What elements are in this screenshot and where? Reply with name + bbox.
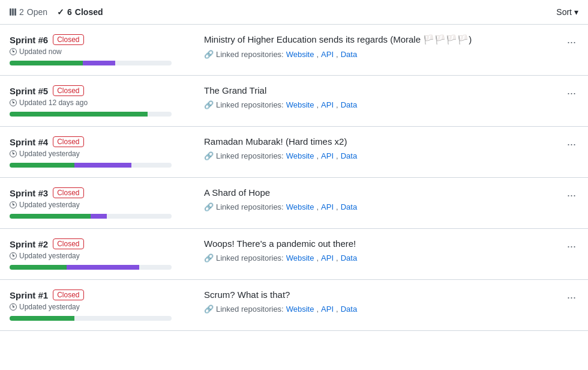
closed-badge: Closed (53, 136, 83, 147)
link-icon: 🔗 (204, 151, 214, 160)
more-options-button[interactable]: ··· (565, 187, 578, 203)
sprint-issue-title: Scrum? What is that? (204, 290, 565, 300)
sprint-issue-title: The Grand Trial (204, 85, 565, 96)
linked-repos: 🔗 Linked repositories: Website, API, Dat… (204, 202, 565, 211)
progress-bar (10, 112, 172, 117)
sprint-name: Sprint #6 (10, 35, 48, 45)
sprint-row-content: Scrum? What is that? 🔗 Linked repositori… (190, 290, 578, 314)
more-options-button[interactable]: ··· (565, 238, 578, 254)
link-website[interactable]: Website (286, 50, 314, 59)
link-website[interactable]: Website (286, 151, 314, 160)
progress-green (10, 163, 74, 168)
tab-open[interactable]: 2 Open (10, 7, 47, 17)
linked-repos: 🔗 Linked repositories: Website, API, Dat… (204, 100, 565, 109)
closed-badge: Closed (53, 34, 83, 45)
progress-bar (10, 316, 172, 321)
linked-label: Linked repositories: (216, 253, 284, 262)
link-api[interactable]: API (321, 50, 334, 59)
updated-label: Updated yesterday (19, 303, 80, 311)
link-data[interactable]: Data (341, 202, 357, 211)
progress-green (10, 112, 148, 117)
updated-text: Updated 12 days ago (10, 99, 190, 107)
sprint-row: Sprint #6 Closed Updated now Ministry of… (0, 25, 588, 76)
updated-text: Updated yesterday (10, 201, 190, 209)
closed-badge: Closed (53, 85, 83, 96)
sprint-row-content: Woops! There's a pandemic out there! 🔗 L… (190, 238, 578, 262)
progress-purple (91, 214, 107, 219)
sprint-right: The Grand Trial 🔗 Linked repositories: W… (190, 85, 565, 109)
progress-bar (10, 61, 172, 65)
check-icon: ✓ (57, 7, 64, 17)
sprint-issue-title: Ministry of Higher Education sends its r… (204, 34, 565, 45)
progress-purple (67, 265, 140, 270)
linked-repos: 🔗 Linked repositories: Website, API, Dat… (204, 151, 565, 160)
linked-repos: 🔗 Linked repositories: Website, API, Dat… (204, 50, 565, 59)
sprint-row: Sprint #3 Closed Updated yesterday A Sha… (0, 178, 588, 229)
sprint-left: Sprint #6 Closed Updated now (10, 34, 190, 65)
linked-label: Linked repositories: (216, 202, 284, 211)
clock-icon (10, 99, 17, 106)
more-options-button[interactable]: ··· (565, 290, 578, 305)
progress-purple (74, 163, 131, 168)
sprint-left: Sprint #3 Closed Updated yesterday (10, 187, 190, 219)
sprint-left: Sprint #2 Closed Updated yesterday (10, 238, 190, 270)
sprint-row: Sprint #1 Closed Updated yesterday Scrum… (0, 280, 588, 331)
linked-label: Linked repositories: (216, 151, 284, 160)
link-data[interactable]: Data (341, 305, 357, 314)
closed-label: Closed (75, 7, 103, 17)
updated-text: Updated yesterday (10, 150, 190, 158)
tab-closed[interactable]: ✓ 6 Closed (57, 7, 103, 17)
link-icon: 🔗 (204, 100, 214, 109)
sprint-row: Sprint #2 Closed Updated yesterday Woops… (0, 229, 588, 280)
progress-bar (10, 214, 172, 219)
linked-label: Linked repositories: (216, 100, 284, 109)
sprint-left: Sprint #4 Closed Updated yesterday (10, 136, 190, 168)
closed-badge: Closed (53, 290, 83, 300)
sprint-issue-title: Ramadan Mubarak! (Hard times x2) (204, 136, 565, 147)
link-icon: 🔗 (204, 253, 214, 262)
link-api[interactable]: API (321, 151, 334, 160)
sort-label: Sort (556, 7, 572, 17)
sprint-issue-title: Woops! There's a pandemic out there! (204, 238, 565, 249)
link-api[interactable]: API (321, 100, 334, 109)
sprint-left: Sprint #5 Closed Updated 12 days ago (10, 85, 190, 117)
progress-bar (10, 163, 172, 168)
link-website[interactable]: Website (286, 100, 314, 109)
link-data[interactable]: Data (341, 50, 357, 59)
open-label: Open (27, 7, 47, 17)
sort-button[interactable]: Sort ▾ (556, 7, 578, 17)
link-website[interactable]: Website (286, 202, 314, 211)
linked-repos: 🔗 Linked repositories: Website, API, Dat… (204, 253, 565, 262)
updated-label: Updated 12 days ago (19, 99, 88, 107)
progress-green (10, 265, 67, 270)
link-api[interactable]: API (321, 253, 334, 262)
sprint-row: Sprint #5 Closed Updated 12 days ago The… (0, 76, 588, 127)
sprint-name: Sprint #5 (10, 86, 48, 96)
table-icon (10, 8, 16, 16)
linked-repos: 🔗 Linked repositories: Website, API, Dat… (204, 305, 565, 314)
link-website[interactable]: Website (286, 305, 314, 314)
sprint-issue-title: A Shard of Hope (204, 187, 565, 198)
link-data[interactable]: Data (341, 253, 357, 262)
link-api[interactable]: API (321, 305, 334, 314)
sprint-title-row: Sprint #1 Closed (10, 290, 190, 300)
updated-label: Updated now (19, 47, 62, 56)
updated-text: Updated now (10, 47, 190, 56)
open-count: 2 (19, 7, 24, 17)
clock-icon (10, 48, 17, 55)
more-options-button[interactable]: ··· (565, 136, 578, 152)
clock-icon (10, 303, 17, 311)
more-options-button[interactable]: ··· (565, 85, 578, 101)
sprint-name: Sprint #1 (10, 290, 48, 300)
clock-icon (10, 252, 17, 259)
link-api[interactable]: API (321, 202, 334, 211)
sprint-name: Sprint #3 (10, 188, 48, 198)
sprint-title-row: Sprint #6 Closed (10, 34, 190, 45)
sprint-title-row: Sprint #4 Closed (10, 136, 190, 147)
link-data[interactable]: Data (341, 151, 357, 160)
more-options-button[interactable]: ··· (565, 34, 578, 50)
link-data[interactable]: Data (341, 100, 357, 109)
updated-label: Updated yesterday (19, 201, 80, 209)
link-icon: 🔗 (204, 50, 214, 59)
link-website[interactable]: Website (286, 253, 314, 262)
